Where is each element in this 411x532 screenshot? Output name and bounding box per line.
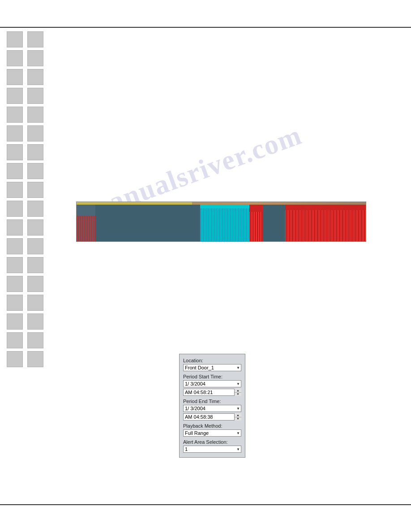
- sidebar-square: [27, 351, 43, 367]
- chart-seg-dark-mid2: [194, 205, 200, 241]
- end-time-wrapper[interactable]: ▲ ▼: [183, 413, 241, 420]
- start-time-down[interactable]: ▼: [235, 393, 241, 396]
- alert-area-select-wrapper[interactable]: 1 2 3 4: [183, 446, 241, 453]
- start-date-select-wrapper[interactable]: 1/ 3/2004: [183, 380, 241, 387]
- sidebar-square: [27, 238, 43, 254]
- end-time-down[interactable]: ▼: [235, 417, 241, 421]
- sidebar-square: [7, 313, 23, 330]
- sidebar-square: [7, 257, 23, 273]
- alert-area-label: Alert Area Selection:: [183, 439, 241, 445]
- location-select-wrapper[interactable]: Front Door_1 Front Door_2 Back Door: [183, 364, 241, 371]
- chart-seg-red-1: [249, 205, 263, 241]
- sidebar-square: [7, 276, 23, 292]
- period-start-label: Period Start Time:: [183, 374, 241, 379]
- sidebar-square: [7, 238, 23, 254]
- sidebar-square: [7, 201, 23, 217]
- end-time-spinners[interactable]: ▲ ▼: [234, 413, 241, 420]
- sidebar-square: [7, 351, 23, 367]
- chart-seg-red-right: [285, 205, 366, 241]
- chart-spikes-red1: [249, 212, 263, 241]
- sidebar-square: [27, 144, 43, 160]
- chart-spikes-cyan: [200, 208, 249, 241]
- sidebar-grid: [7, 31, 60, 367]
- start-time-spinners[interactable]: ▲ ▼: [234, 389, 241, 396]
- playback-label: Playback Method:: [183, 423, 241, 429]
- end-date-select[interactable]: 1/ 3/2004: [183, 405, 241, 412]
- playback-select-wrapper[interactable]: Full Range Alert Only Custom: [183, 429, 241, 437]
- sidebar-square: [7, 332, 23, 348]
- end-time-up[interactable]: ▲: [235, 413, 241, 417]
- chart-spikes-left: [77, 216, 95, 241]
- sidebar-square: [27, 182, 43, 198]
- start-time-wrapper[interactable]: ▲ ▼: [183, 389, 241, 396]
- sidebar-square: [7, 144, 23, 160]
- chart-seg-cyan: [200, 205, 249, 241]
- timeline-chart: [76, 202, 366, 242]
- playback-select[interactable]: Full Range Alert Only Custom: [183, 429, 241, 437]
- sidebar-square: [7, 31, 23, 47]
- location-label: Location:: [183, 358, 241, 363]
- sidebar-square: [7, 69, 23, 85]
- sidebar-square: [27, 257, 43, 273]
- location-select[interactable]: Front Door_1 Front Door_2 Back Door: [183, 364, 241, 371]
- chart-main: [77, 205, 366, 241]
- sidebar-square: [7, 182, 23, 198]
- chart-seg-dark-right: [263, 205, 285, 241]
- sidebar-square: [27, 107, 43, 123]
- sidebar-square: [27, 163, 43, 179]
- start-time-input[interactable]: [183, 389, 241, 396]
- period-end-label: Period End Time:: [183, 399, 241, 404]
- chart-spikes-red-right: [285, 210, 366, 241]
- form-panel: Location: Front Door_1 Front Door_2 Back…: [179, 354, 245, 458]
- top-border: [0, 27, 411, 28]
- sidebar-square: [27, 313, 43, 330]
- sidebar-square: [7, 107, 23, 123]
- sidebar-square: [27, 125, 43, 142]
- sidebar-square: [27, 276, 43, 292]
- sidebar-square: [7, 88, 23, 104]
- sidebar-square: [7, 50, 23, 66]
- start-time-up[interactable]: ▲: [235, 389, 241, 393]
- sidebar-square: [27, 31, 43, 47]
- sidebar-square: [27, 69, 43, 85]
- sidebar-square: [7, 219, 23, 236]
- sidebar-square: [27, 295, 43, 311]
- chart-seg-dark-mid: [95, 205, 194, 241]
- start-date-select[interactable]: 1/ 3/2004: [183, 380, 241, 387]
- chart-seg-dark-left: [77, 205, 95, 241]
- end-date-select-wrapper[interactable]: 1/ 3/2004: [183, 405, 241, 412]
- bottom-border: [0, 504, 411, 505]
- sidebar-square: [27, 50, 43, 66]
- sidebar-square: [7, 295, 23, 311]
- sidebar-square: [27, 332, 43, 348]
- end-time-input[interactable]: [183, 413, 241, 420]
- sidebar-square: [27, 201, 43, 217]
- sidebar-square: [27, 88, 43, 104]
- sidebar-square: [7, 125, 23, 142]
- sidebar-square: [7, 163, 23, 179]
- alert-area-select[interactable]: 1 2 3 4: [183, 446, 241, 453]
- sidebar-square: [27, 219, 43, 236]
